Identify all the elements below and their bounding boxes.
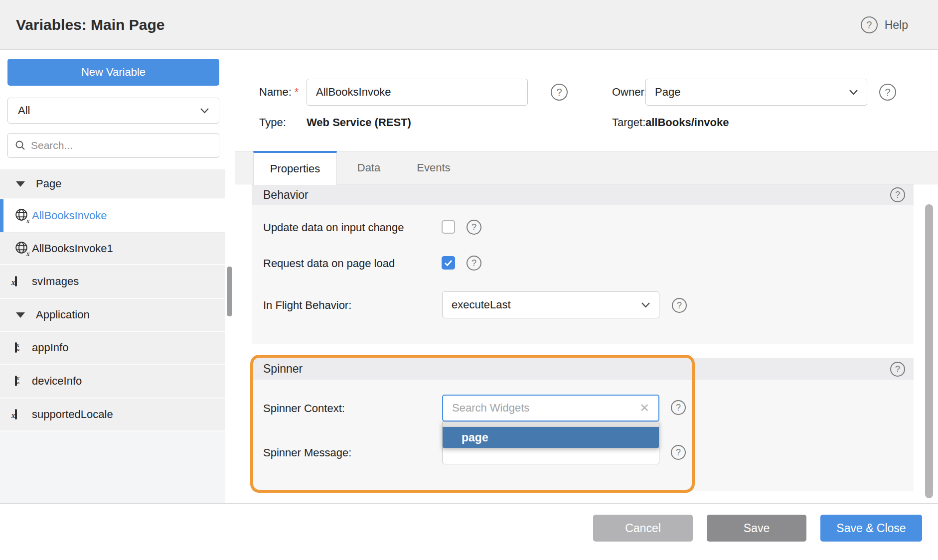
page-title: Variables: Main Page <box>16 0 164 50</box>
tree-item-deviceinfo[interactable]: x∞ deviceInfo <box>0 365 225 399</box>
web-service-globe-icon: x <box>15 241 28 256</box>
update-data-help-icon[interactable]: ? <box>467 220 481 235</box>
spinner-context-label: Spinner Context: <box>263 402 345 415</box>
spinner-context-search[interactable] <box>452 402 626 415</box>
image-variable-icon: x <box>15 277 17 286</box>
type-label: Type: <box>259 116 286 129</box>
variables-sidebar: New Variable All Page x A <box>0 50 234 503</box>
tree-group-page[interactable]: Page <box>0 169 225 199</box>
request-data-label: Request data on page load <box>263 257 395 270</box>
spinner-context-help-icon[interactable]: ? <box>671 400 686 415</box>
owner-value: Page <box>655 86 680 99</box>
data-object-icon: x∞ <box>15 343 17 352</box>
main-scrollbar[interactable] <box>925 204 933 498</box>
spinner-section-help-icon[interactable]: ? <box>890 362 905 377</box>
image-variable-icon: x <box>15 410 17 419</box>
dropdown-empty-option[interactable] <box>443 422 659 427</box>
required-asterisk: * <box>295 86 299 98</box>
data-object-icon: x∞ <box>15 377 17 386</box>
tree-item-label: AllBooksInvoke1 <box>32 242 113 255</box>
cancel-button[interactable]: Cancel <box>593 515 693 542</box>
chevron-down-icon <box>641 302 650 308</box>
chevron-down-icon <box>849 90 858 95</box>
tree-item-label: deviceInfo <box>32 375 82 388</box>
tree-item-label: supportedLocale <box>32 408 113 421</box>
sidebar-scrollbar[interactable] <box>227 267 232 316</box>
owner-help-icon[interactable]: ? <box>879 84 896 101</box>
spinner-context-input[interactable]: ✕ <box>442 395 659 421</box>
checkmark-icon <box>444 260 453 267</box>
target-label: Target: <box>612 116 645 129</box>
collapse-arrow-icon[interactable] <box>16 312 25 318</box>
name-input[interactable] <box>307 79 528 106</box>
sidebar-empty-area <box>0 431 225 503</box>
new-variable-button[interactable]: New Variable <box>7 59 219 86</box>
tree-group-label: Page <box>36 177 61 190</box>
name-help-icon[interactable]: ? <box>551 84 568 101</box>
behavior-section-title: Behavior <box>263 188 309 202</box>
inflight-help-icon[interactable]: ? <box>672 298 687 313</box>
title-bar: Variables: Main Page ? Help <box>0 0 938 50</box>
help-button[interactable]: ? Help <box>861 0 908 50</box>
target-value: allBooks/invoke <box>645 116 729 129</box>
tree-item-supportedlocale[interactable]: x supportedLocale <box>0 399 225 431</box>
spinner-section-title: Spinner <box>263 362 303 376</box>
tree-item-label: appInfo <box>32 341 68 354</box>
tree-group-application[interactable]: Application <box>0 299 225 332</box>
behavior-section-help-icon[interactable]: ? <box>890 187 905 202</box>
spinner-message-label: Spinner Message: <box>263 446 351 459</box>
search-icon <box>15 140 26 151</box>
search-input[interactable] <box>31 140 195 151</box>
request-data-help-icon[interactable]: ? <box>467 256 481 271</box>
tab-properties[interactable]: Properties <box>253 151 337 185</box>
spinner-message-help-icon[interactable]: ? <box>671 445 686 460</box>
type-value: Web Service (REST) <box>307 116 411 129</box>
inflight-dropdown[interactable]: executeLast <box>442 291 659 318</box>
inflight-value: executeLast <box>452 298 511 311</box>
inflight-label: In Flight Behavior: <box>263 299 351 312</box>
spinner-context-dropdown: page <box>442 421 659 448</box>
chevron-down-icon <box>200 108 209 114</box>
clear-icon[interactable]: ✕ <box>639 402 649 414</box>
help-icon[interactable]: ? <box>861 16 878 33</box>
filter-value: All <box>18 104 30 117</box>
help-label: Help <box>885 18 908 32</box>
behavior-section-header: Behavior <box>252 184 914 205</box>
variables-editor-window: Variables: Main Page ? Help New Variable… <box>0 0 938 560</box>
tree-item-svimages[interactable]: x svImages <box>0 265 225 299</box>
variable-filter-dropdown[interactable]: All <box>7 98 219 124</box>
variable-search-box[interactable] <box>7 133 219 158</box>
tree-item-label: AllBooksInvoke <box>32 209 107 222</box>
tree-item-label: svImages <box>32 275 79 288</box>
tree-item-allbooksinvoke[interactable]: x AllBooksInvoke <box>0 199 225 233</box>
dropdown-option-page[interactable]: page <box>443 427 659 448</box>
owner-dropdown[interactable]: Page <box>645 79 867 106</box>
tree-item-allbooksinvoke1[interactable]: x AllBooksInvoke1 <box>0 233 225 265</box>
tree-item-appinfo[interactable]: x∞ appInfo <box>0 332 225 365</box>
web-service-globe-icon: x <box>15 208 28 223</box>
tab-data[interactable]: Data <box>337 151 401 184</box>
update-data-checkbox[interactable] <box>442 220 455 234</box>
tab-events[interactable]: Events <box>401 151 467 184</box>
update-data-label: Update data on input change <box>263 221 404 234</box>
collapse-arrow-icon[interactable] <box>16 181 25 187</box>
footer-bar: Cancel Save Save & Close <box>0 503 938 560</box>
selected-indicator <box>0 199 3 232</box>
tree-group-label: Application <box>36 308 90 321</box>
name-label: Name:* <box>259 86 299 99</box>
save-button[interactable]: Save <box>707 515 806 542</box>
request-data-checkbox[interactable] <box>442 256 455 270</box>
spinner-section-header: Spinner <box>252 358 914 380</box>
save-and-close-button[interactable]: Save & Close <box>820 515 922 542</box>
